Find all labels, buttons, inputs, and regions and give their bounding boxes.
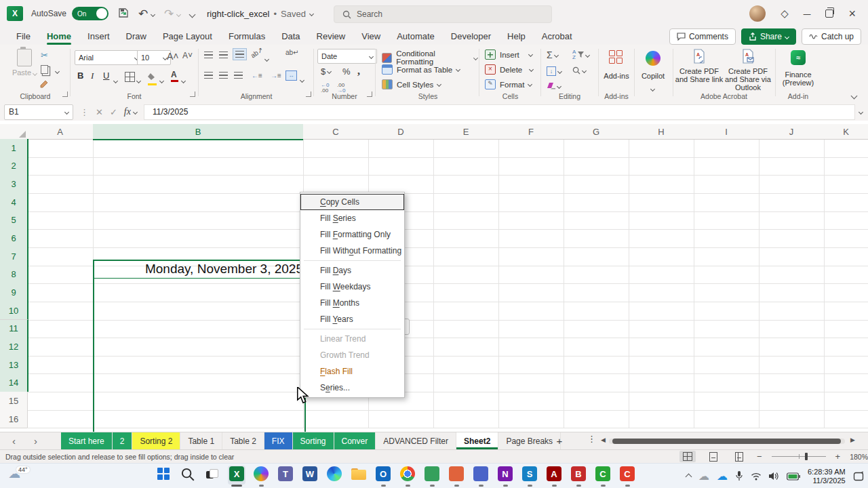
- document-title[interactable]: right-click_excel • Saved: [207, 9, 313, 19]
- delete-cells-button[interactable]: ×Delete: [485, 64, 533, 75]
- qat-overflow-icon[interactable]: [190, 8, 195, 20]
- autosum-button[interactable]: Σ: [547, 49, 558, 60]
- format-as-table-button[interactable]: Format as Table: [382, 64, 460, 75]
- decrease-font-button[interactable]: A˅: [182, 51, 193, 60]
- font-name-select[interactable]: Arial: [75, 50, 142, 65]
- tab-insert[interactable]: Insert: [79, 29, 118, 43]
- taskbar-clock[interactable]: 6:28:39 AM11/3/2025: [808, 468, 846, 485]
- menu-item-copy-cells[interactable]: Copy Cells: [300, 194, 404, 210]
- finance-icon[interactable]: ≈: [791, 50, 806, 65]
- comma-style-button[interactable]: ,: [357, 65, 360, 77]
- minimize-button[interactable]: ─: [804, 8, 811, 20]
- select-all-corner[interactable]: [0, 124, 28, 140]
- finance-button[interactable]: Finance (Preview): [777, 70, 819, 87]
- format-cells-button[interactable]: ✎Format: [485, 79, 532, 89]
- row-header-13[interactable]: 13: [0, 356, 28, 375]
- percent-style-button[interactable]: %: [342, 66, 351, 77]
- start-button[interactable]: [155, 466, 172, 485]
- font-dialog-launcher[interactable]: [190, 92, 195, 97]
- tab-file[interactable]: File: [8, 29, 39, 43]
- premium-diamond-icon[interactable]: ◇: [781, 7, 789, 20]
- word-taskbar-icon[interactable]: W: [301, 466, 319, 485]
- create-pdf-share-link-button[interactable]: A Create PDF and Share link: [675, 49, 724, 83]
- row-header-11[interactable]: 11: [0, 320, 28, 339]
- sheet-tab-sorting[interactable]: Sorting: [293, 432, 334, 449]
- onedrive-icon[interactable]: ☁: [717, 471, 728, 482]
- fill-color-dropdown[interactable]: [160, 75, 163, 87]
- column-header-h[interactable]: H: [629, 124, 694, 140]
- row-header-15[interactable]: 15: [0, 392, 28, 411]
- tab-view[interactable]: View: [353, 29, 389, 43]
- column-header-f[interactable]: F: [498, 124, 564, 140]
- align-left-button[interactable]: [204, 72, 213, 79]
- sheet-tab-fix[interactable]: FIX: [264, 432, 293, 449]
- name-box[interactable]: B1: [4, 104, 73, 120]
- new-sheet-button[interactable]: +: [553, 434, 566, 447]
- accounting-format-button[interactable]: $: [321, 66, 331, 77]
- sheet-nav-next[interactable]: ›: [34, 432, 37, 449]
- cloud-sync-icon[interactable]: ☁: [698, 471, 709, 482]
- restore-button[interactable]: [825, 9, 833, 18]
- orange-utility-taskbar-icon[interactable]: [448, 466, 465, 485]
- zoom-slider-thumb[interactable]: [805, 453, 808, 460]
- tab-review[interactable]: Review: [309, 29, 354, 43]
- cut-button[interactable]: ✂: [41, 50, 48, 60]
- hscroll-left-arrow[interactable]: ◀: [601, 436, 606, 443]
- tab-draw[interactable]: Draw: [118, 29, 155, 43]
- sheet-tab-page-breaks[interactable]: Page Breaks: [498, 432, 561, 449]
- column-header-a[interactable]: A: [27, 124, 94, 140]
- save-icon[interactable]: [118, 7, 129, 20]
- weather-widget[interactable]: ☁44°: [8, 466, 30, 481]
- tab-developer[interactable]: Developer: [443, 29, 499, 43]
- zoom-in-button[interactable]: +: [835, 451, 841, 462]
- tab-data[interactable]: Data: [273, 29, 308, 43]
- onenote-taskbar-icon[interactable]: N: [496, 466, 514, 485]
- copilot-taskbar-icon[interactable]: [252, 466, 270, 485]
- add-ins-button[interactable]: Add-ins: [600, 72, 633, 80]
- italic-button[interactable]: I: [91, 70, 94, 81]
- tab-help[interactable]: Help: [499, 29, 534, 43]
- sheet-nav-prev[interactable]: ‹: [12, 432, 16, 449]
- bitwarden-taskbar-icon[interactable]: B: [570, 466, 587, 485]
- tab-automate[interactable]: Automate: [389, 29, 443, 43]
- wrap-text-button[interactable]: ab↵: [285, 49, 299, 56]
- copilot-dropdown[interactable]: [651, 84, 654, 92]
- page-break-view-button[interactable]: [731, 451, 747, 462]
- align-bottom-button[interactable]: [233, 48, 247, 60]
- font-color-button[interactable]: A: [171, 70, 178, 82]
- cell-b1[interactable]: Monday, November 3, 2025: [93, 260, 307, 278]
- align-right-button[interactable]: [234, 72, 243, 79]
- menu-item-fill-series[interactable]: Fill Series: [300, 210, 404, 226]
- excel-taskbar-icon[interactable]: X: [228, 466, 245, 485]
- collapse-ribbon-button[interactable]: [852, 89, 856, 102]
- row-header-16[interactable]: 16: [0, 410, 28, 429]
- row-header-6[interactable]: 6: [0, 229, 28, 248]
- underline-button[interactable]: U: [103, 70, 109, 81]
- copy-button[interactable]: [41, 65, 48, 74]
- font-size-select[interactable]: 10: [137, 50, 171, 65]
- orientation-dropdown[interactable]: [265, 53, 269, 65]
- bold-button[interactable]: B: [77, 70, 83, 81]
- paste-button[interactable]: Paste: [11, 49, 38, 77]
- find-select-button[interactable]: [572, 66, 586, 75]
- row-header-7[interactable]: 7: [0, 247, 28, 266]
- hidden-icons-chevron[interactable]: [686, 470, 691, 483]
- merge-dropdown[interactable]: [300, 74, 304, 86]
- teams-taskbar-icon[interactable]: T: [277, 466, 294, 485]
- recorder-taskbar-icon[interactable]: C: [618, 466, 636, 485]
- menu-item-fill-years[interactable]: Fill Years: [300, 311, 404, 327]
- create-pdf-outlook-button[interactable]: A Create PDF and Share via Outlook: [724, 49, 772, 92]
- menu-item-fill-days[interactable]: Fill Days: [300, 262, 404, 279]
- column-header-c[interactable]: C: [303, 124, 369, 140]
- menu-item-series[interactable]: Series...: [300, 380, 404, 396]
- wifi-icon[interactable]: [751, 472, 762, 481]
- copilot-button[interactable]: Copilot: [636, 72, 670, 80]
- sheet-tab-sheet2[interactable]: Sheet2: [456, 432, 498, 449]
- fx-dropdown[interactable]: [133, 109, 138, 114]
- comments-button[interactable]: Comments: [669, 28, 736, 45]
- borders-button[interactable]: [125, 72, 135, 82]
- borders-dropdown[interactable]: [137, 75, 140, 87]
- copilot-icon[interactable]: [646, 51, 660, 66]
- column-header-d[interactable]: D: [368, 124, 434, 140]
- fill-color-button[interactable]: [148, 70, 157, 85]
